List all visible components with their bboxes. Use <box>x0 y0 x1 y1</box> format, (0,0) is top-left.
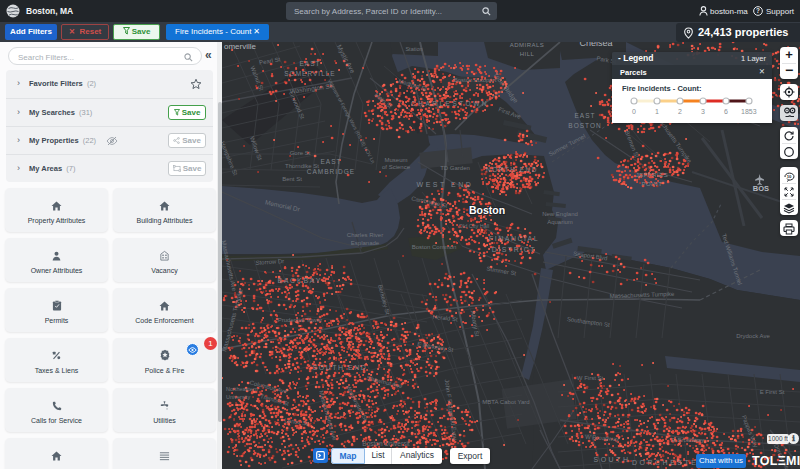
svg-text:DISTRICT: DISTRICT <box>492 246 536 253</box>
svg-text:Northeastern: Northeastern <box>226 386 258 392</box>
svg-text:W First St: W First St <box>577 375 604 381</box>
svg-text:EAST: EAST <box>300 60 321 67</box>
svg-text:FINANCIAL: FINANCIAL <box>489 235 539 242</box>
svg-text:BOSTON: BOSTON <box>568 122 601 129</box>
svg-text:Thorndike St: Thorndike St <box>285 163 319 169</box>
svg-text:Prudential Tower: Prudential Tower <box>278 317 323 323</box>
svg-text:EAST: EAST <box>321 158 342 165</box>
svg-text:CHARLESTOWN: CHARLESTOWN <box>411 100 489 107</box>
svg-text:SOUTH: SOUTH <box>594 456 631 463</box>
svg-text:Old City Hall: Old City Hall <box>459 223 490 229</box>
svg-text:B A C K B A Y: B A C K B A Y <box>277 277 320 284</box>
svg-text:Gore St: Gore St <box>290 150 311 156</box>
svg-text:New England: New England <box>542 211 578 217</box>
svg-text:WEST END: WEST END <box>417 181 474 188</box>
svg-text:E Broadway: E Broadway <box>672 437 704 443</box>
svg-text:POINT: POINT <box>642 181 663 187</box>
svg-text:omerville: omerville <box>224 42 257 51</box>
svg-text:E First St: E First St <box>760 389 785 395</box>
svg-text:10: 10 <box>787 173 792 178</box>
svg-text:Chelsea: Chelsea <box>579 42 612 48</box>
svg-text:NORTH END: NORTH END <box>486 166 538 173</box>
svg-text:?: ? <box>756 7 760 14</box>
svg-text:Drydock Ave: Drydock Ave <box>736 333 770 339</box>
svg-text:Museum: Museum <box>384 157 407 163</box>
svg-text:Boston Universit: Boston Universit <box>362 440 410 447</box>
svg-text:Bent St: Bent St <box>282 176 302 182</box>
svg-text:Esplanade: Esplanade <box>351 240 380 246</box>
svg-text:CAMBRIDGE: CAMBRIDGE <box>307 168 355 175</box>
svg-text:MBTA Cabot Yard: MBTA Cabot Yard <box>482 399 529 405</box>
svg-text:BOS: BOS <box>753 184 769 193</box>
svg-text:SOMERVILLE: SOMERVILLE <box>284 70 335 77</box>
svg-text:SOUTH END: SOUTH END <box>313 364 368 371</box>
svg-text:Boston Common: Boston Common <box>412 244 457 250</box>
svg-text:DORCHESTER: DORCHESTER <box>632 459 706 466</box>
svg-text:ADMIRALS: ADMIRALS <box>510 42 545 48</box>
svg-text:Boston: Boston <box>469 204 505 216</box>
svg-text:TD Garden: TD Garden <box>440 165 470 171</box>
svg-text:HILL: HILL <box>520 51 535 57</box>
svg-text:Charles River: Charles River <box>347 232 383 238</box>
svg-text:University: University <box>226 394 250 400</box>
svg-text:Boston Autoport: Boston Autoport <box>454 77 497 83</box>
svg-text:Station: Station <box>405 46 422 52</box>
svg-text:JEFFRIES: JEFFRIES <box>636 172 668 178</box>
svg-text:of Science: of Science <box>382 164 411 170</box>
svg-text:Aquarium: Aquarium <box>547 219 573 225</box>
svg-text:EAST: EAST <box>575 112 596 119</box>
